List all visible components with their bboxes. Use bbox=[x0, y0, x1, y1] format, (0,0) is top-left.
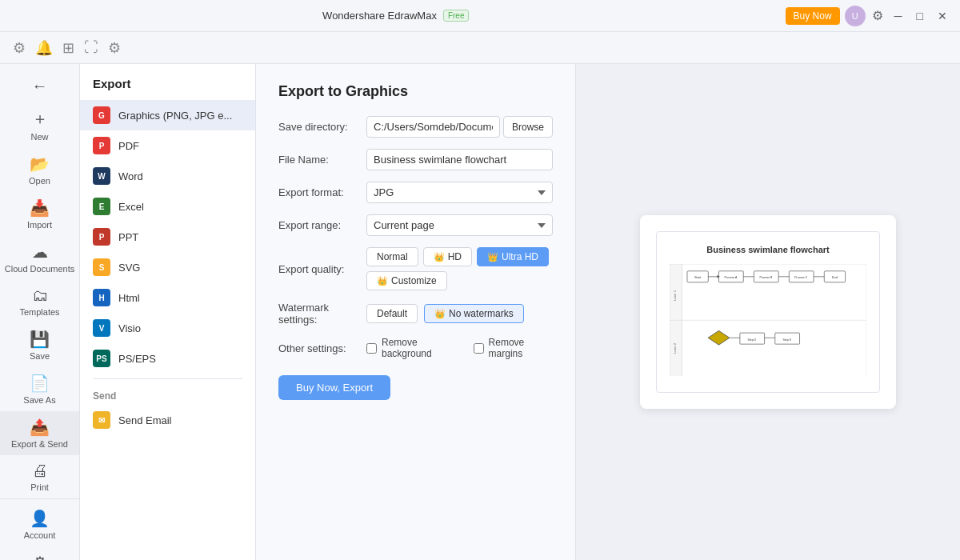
sidebar-item-templates[interactable]: 🗂 Templates bbox=[0, 280, 79, 323]
customize-label: Customize bbox=[391, 275, 437, 286]
remove-margins-label[interactable]: Remove margins bbox=[474, 337, 553, 359]
export-item-pdf-label: PDF bbox=[118, 140, 139, 152]
export-item-svg-label: SVG bbox=[118, 262, 140, 274]
quality-ultrahd-button[interactable]: 👑 Ultra HD bbox=[477, 247, 549, 266]
svg-text:Lane 2: Lane 2 bbox=[673, 342, 677, 354]
other-settings-control: Remove background Remove margins bbox=[366, 337, 553, 359]
save-directory-row: Save directory: Browse bbox=[278, 116, 553, 138]
sidebar-item-cloud[interactable]: ☁ Cloud Documents bbox=[0, 236, 79, 280]
close-button[interactable]: ✕ bbox=[933, 10, 952, 22]
sidebar-item-import-label: Import bbox=[27, 220, 52, 230]
preview-panel: Business swimlane flowchart Lane 1 Lane … bbox=[576, 64, 960, 560]
sidebar-item-options[interactable]: ⚙ Options bbox=[0, 546, 79, 560]
svg-text:Step D: Step D bbox=[747, 338, 756, 341]
sidebar-item-cloud-label: Cloud Documents bbox=[5, 264, 74, 274]
export-item-ppt[interactable]: P PPT bbox=[80, 222, 255, 252]
watermark-none-label: No watermarks bbox=[449, 308, 514, 319]
export-item-visio[interactable]: V Visio bbox=[80, 313, 255, 343]
customize-crown-icon: 👑 bbox=[377, 276, 388, 286]
cloud-icon: ☁ bbox=[32, 242, 48, 262]
export-item-graphics-label: Graphics (PNG, JPG e... bbox=[118, 110, 232, 122]
ppt-icon: P bbox=[93, 228, 110, 246]
save-directory-control: Browse bbox=[366, 116, 553, 138]
pseps-icon: PS bbox=[93, 350, 110, 367]
html-icon: H bbox=[93, 289, 110, 306]
preview-card: Business swimlane flowchart Lane 1 Lane … bbox=[640, 215, 896, 410]
sidebar-item-save[interactable]: 💾 Save bbox=[0, 323, 79, 367]
export-quality-label: Export quality: bbox=[278, 263, 366, 275]
browse-button[interactable]: Browse bbox=[503, 116, 553, 138]
file-name-input[interactable] bbox=[366, 149, 553, 170]
sidebar-item-import[interactable]: 📥 Import bbox=[0, 192, 79, 236]
save-directory-label: Save directory: bbox=[278, 121, 366, 133]
ultrahd-crown-icon: 👑 bbox=[487, 252, 498, 262]
export-format-select[interactable]: JPG PNG BMP TIFF bbox=[366, 182, 553, 203]
form-panel: Export to Graphics Save directory: Brows… bbox=[256, 64, 576, 560]
settings-icon[interactable]: ⚙ bbox=[870, 6, 885, 25]
export-quality-row: Export quality: Normal 👑 HD 👑 Ultra HD bbox=[278, 247, 553, 290]
buy-now-button[interactable]: Buy Now bbox=[786, 7, 840, 25]
save-directory-input[interactable] bbox=[366, 116, 500, 138]
export-item-excel[interactable]: E Excel bbox=[80, 191, 255, 222]
quality-options: Normal 👑 HD 👑 Ultra HD bbox=[366, 247, 553, 266]
sidebar-item-print[interactable]: 🖨 Print bbox=[0, 455, 79, 498]
svg-text:Process C: Process C bbox=[794, 276, 808, 279]
watermark-label: Watermark settings: bbox=[278, 302, 366, 326]
sidebar-item-account[interactable]: 👤 Account bbox=[0, 502, 79, 546]
export-item-word-label: Word bbox=[118, 170, 143, 182]
export-item-pseps[interactable]: PS PS/EPS bbox=[80, 343, 255, 374]
toolbar-icon-1[interactable]: ⚙ bbox=[10, 36, 29, 60]
quality-hd-button[interactable]: 👑 HD bbox=[423, 247, 472, 266]
customize-button[interactable]: 👑 Customize bbox=[366, 271, 447, 290]
remove-margins-checkbox[interactable] bbox=[474, 343, 484, 354]
export-range-row: Export range: Current page All pages bbox=[278, 214, 553, 236]
export-item-pdf[interactable]: P PDF bbox=[80, 130, 255, 161]
svg-icon: S bbox=[93, 258, 110, 276]
minimize-button[interactable]: ─ bbox=[890, 10, 907, 22]
open-icon: 📂 bbox=[30, 154, 50, 174]
hd-crown-icon: 👑 bbox=[434, 252, 445, 262]
sidebar-item-export[interactable]: 📤 Export & Send bbox=[0, 411, 79, 455]
maximize-button[interactable]: □ bbox=[912, 10, 928, 22]
sidebar-item-save-as[interactable]: 📄 Save As bbox=[0, 367, 79, 411]
remove-background-label[interactable]: Remove background bbox=[366, 337, 461, 359]
watermark-crown-icon: 👑 bbox=[434, 309, 446, 319]
form-heading: Export to Graphics bbox=[278, 83, 553, 100]
watermark-none-button[interactable]: 👑 No watermarks bbox=[424, 304, 524, 323]
sidebar-item-back[interactable]: ← bbox=[0, 70, 79, 102]
export-item-graphics[interactable]: G Graphics (PNG, JPG e... bbox=[80, 100, 255, 130]
file-name-row: File Name: bbox=[278, 149, 553, 170]
export-format-control: JPG PNG BMP TIFF bbox=[366, 182, 553, 203]
toolbar-icon-4[interactable]: ⛶ bbox=[81, 36, 102, 59]
svg-text:Step E: Step E bbox=[782, 338, 791, 341]
toolbar-icon-3[interactable]: ⊞ bbox=[59, 36, 78, 60]
sidebar-item-open[interactable]: 📂 Open bbox=[0, 148, 79, 192]
sidebar-item-print-label: Print bbox=[30, 482, 49, 492]
export-range-select[interactable]: Current page All pages bbox=[366, 214, 553, 236]
options-icon: ⚙ bbox=[33, 553, 47, 560]
sidebar-item-new[interactable]: ＋ New bbox=[0, 102, 79, 148]
send-section-title: Send bbox=[80, 384, 255, 405]
save-icon: 💾 bbox=[30, 330, 50, 349]
watermark-default-button[interactable]: Default bbox=[366, 304, 418, 323]
other-settings-label: Other settings: bbox=[278, 342, 366, 354]
account-icon: 👤 bbox=[30, 509, 50, 528]
watermark-control: Default 👑 No watermarks bbox=[366, 304, 553, 323]
quality-normal-button[interactable]: Normal bbox=[366, 247, 418, 266]
export-item-visio-label: Visio bbox=[118, 322, 141, 334]
export-item-word[interactable]: W Word bbox=[80, 161, 255, 191]
pdf-icon: P bbox=[93, 137, 110, 154]
remove-background-checkbox[interactable] bbox=[366, 343, 377, 354]
toolbar-icon-2[interactable]: 🔔 bbox=[32, 36, 56, 60]
export-item-html[interactable]: H Html bbox=[80, 282, 255, 313]
quality-ultrahd-label: Ultra HD bbox=[502, 251, 538, 262]
toolbar-icon-5[interactable]: ⚙ bbox=[105, 36, 124, 60]
export-item-svg[interactable]: S SVG bbox=[80, 252, 255, 282]
export-item-pseps-label: PS/EPS bbox=[118, 353, 156, 365]
titlebar-right: Buy Now U ⚙ ─ □ ✕ bbox=[786, 6, 960, 26]
buy-export-button[interactable]: Buy Now, Export bbox=[278, 375, 390, 400]
sidebar-item-export-label: Export & Send bbox=[11, 439, 68, 449]
export-item-send-email-label: Send Email bbox=[118, 414, 171, 426]
export-item-send-email[interactable]: ✉ Send Email bbox=[80, 405, 255, 435]
export-item-html-label: Html bbox=[118, 292, 140, 304]
